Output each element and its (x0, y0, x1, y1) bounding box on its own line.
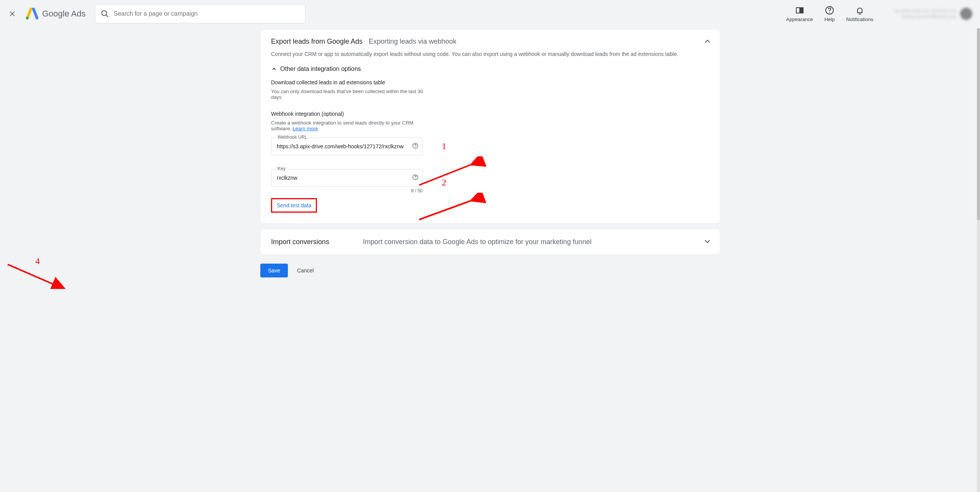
key-input[interactable] (277, 175, 407, 181)
send-test-data-button[interactable]: Send test data (274, 200, 314, 211)
other-options-label: Other data integration options (280, 66, 361, 72)
logo: Google Ads (26, 8, 86, 20)
annotation-arrow-2 (413, 193, 498, 227)
svg-point-1 (102, 11, 107, 16)
import-conversions-card[interactable]: Import conversions Import conversion dat… (260, 230, 720, 254)
close-button[interactable] (8, 9, 17, 18)
avatar[interactable] (960, 8, 972, 20)
card-title: Export leads from Google Ads (271, 38, 363, 46)
chevron-up-icon (271, 66, 277, 72)
appearance-icon (795, 6, 804, 15)
product-name: Google Ads (42, 9, 86, 19)
help-label: Help (825, 16, 835, 22)
chevron-up-icon (703, 37, 712, 46)
card-subtitle: Exporting leads via webhook (369, 38, 456, 46)
collapse-card-button[interactable] (703, 37, 712, 47)
appearance-label: Appearance (786, 16, 813, 22)
annotation-box-3: Send test data (271, 198, 317, 213)
webhook-url-label: Webhook URL (276, 134, 309, 140)
footer-actions: Save Cancel (260, 261, 720, 277)
search-input[interactable] (114, 10, 300, 17)
annotation-arrow-1 (413, 156, 498, 191)
topbar: Google Ads Appearance Help Notifications… (0, 0, 980, 28)
expand-import-button[interactable] (703, 237, 712, 247)
download-title: Download collected leads in ad extension… (271, 79, 709, 85)
annotation-4: 4 (35, 256, 40, 266)
searchbar[interactable] (95, 4, 305, 23)
key-label: Key (276, 166, 287, 171)
notifications-label: Notifications (846, 16, 873, 22)
google-ads-icon (26, 8, 38, 20)
card-description: Connect your CRM or app to automatically… (271, 51, 709, 57)
webhook-url-input[interactable] (277, 143, 407, 149)
search-icon (101, 10, 109, 18)
other-options-toggle[interactable]: Other data integration options (271, 66, 709, 72)
learn-more-link[interactable]: Learn more (292, 126, 318, 131)
annotation-2: 2 (442, 177, 446, 188)
help-icon (412, 174, 418, 180)
account-text: XX-XXX-XXX-XX XXXXXX XX xxxxxx.xxxxxxx@x… (894, 8, 956, 19)
account-info[interactable]: XX-XXX-XXX-XX XXXXXX XX xxxxxx.xxxxxxx@x… (894, 8, 972, 20)
svg-rect-3 (800, 8, 803, 13)
help-icon (825, 6, 834, 15)
download-description: You can only download leads that've been… (271, 89, 424, 100)
key-field[interactable]: Key (271, 169, 423, 187)
export-leads-card: Export leads from Google Ads Exporting l… (260, 30, 720, 223)
svg-point-7 (415, 147, 415, 148)
help-icon (412, 143, 418, 149)
svg-point-9 (415, 179, 415, 179)
annotation-arrow-4 (6, 261, 75, 289)
webhook-url-help[interactable] (412, 143, 418, 150)
appearance-button[interactable]: Appearance (786, 6, 813, 22)
close-icon (8, 10, 16, 18)
bell-icon (855, 6, 864, 15)
svg-line-12 (8, 264, 65, 289)
chevron-down-icon (703, 237, 712, 246)
scrollbar[interactable] (977, 28, 980, 289)
webhook-description: Create a webhook integration to send lea… (271, 120, 424, 131)
webhook-url-field[interactable]: Webhook URL (271, 138, 423, 155)
top-actions: Appearance Help Notifications XX-XXX-XXX… (786, 6, 972, 22)
webhook-title: Webhook integration (optional) (271, 111, 709, 117)
help-button[interactable]: Help (825, 6, 835, 22)
import-title: Import conversions (271, 238, 363, 246)
annotation-1: 1 (442, 141, 446, 151)
import-description: Import conversion data to Google Ads to … (363, 238, 591, 246)
key-char-count: 8 / 50 (271, 188, 423, 194)
save-button[interactable]: Save (260, 264, 288, 277)
svg-line-11 (419, 197, 482, 220)
cancel-button[interactable]: Cancel (296, 264, 315, 277)
scrollbar-thumb[interactable] (977, 28, 980, 220)
svg-point-5 (829, 12, 830, 13)
key-help[interactable] (412, 174, 418, 182)
notifications-button[interactable]: Notifications (846, 6, 873, 22)
